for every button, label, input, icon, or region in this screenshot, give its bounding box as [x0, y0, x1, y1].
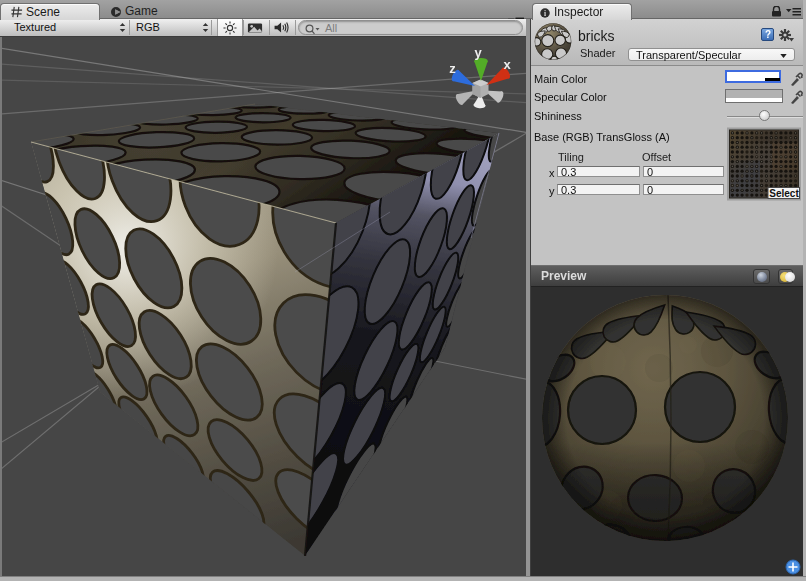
- svg-text:i: i: [544, 9, 546, 18]
- svg-text:Select: Select: [769, 188, 799, 199]
- svg-text:z: z: [449, 61, 456, 76]
- svg-text:y: y: [474, 45, 482, 60]
- svg-text:x: x: [503, 57, 511, 72]
